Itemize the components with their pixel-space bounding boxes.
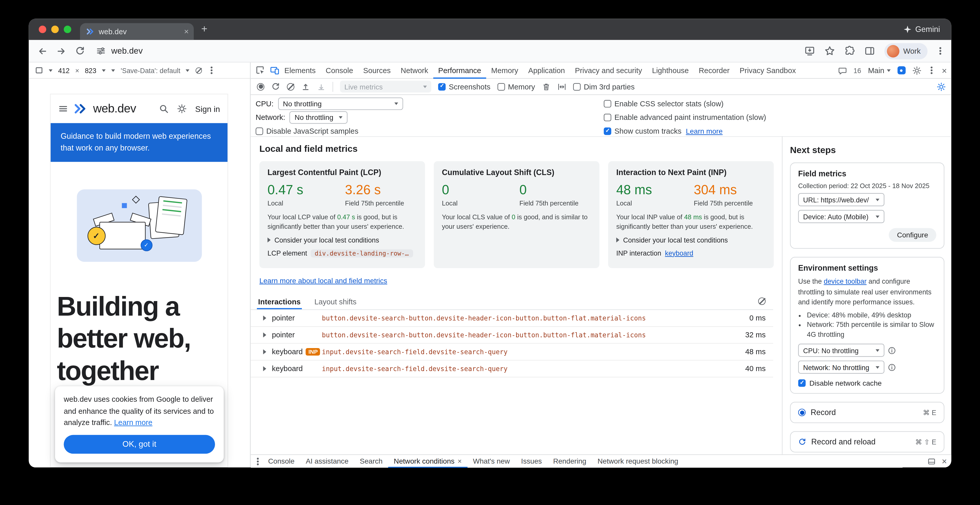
row-expand-icon[interactable] xyxy=(263,332,266,338)
save-data-select[interactable]: 'Save-Data': default xyxy=(121,67,180,74)
interaction-row[interactable]: keyboard input.devsite-search-field.devs… xyxy=(251,360,773,378)
drawer-tab-console[interactable]: Console xyxy=(262,455,300,467)
tab-sources[interactable]: Sources xyxy=(358,62,396,78)
device-toolbar-menu-icon[interactable] xyxy=(211,69,213,71)
viewport-width-input[interactable]: 412 xyxy=(58,67,70,74)
inspect-icon[interactable] xyxy=(256,66,265,75)
status-indicator-icon[interactable] xyxy=(897,66,905,75)
configure-button[interactable]: Configure xyxy=(889,228,936,242)
cookie-learn-more-link[interactable]: Learn more xyxy=(114,418,152,427)
dock-drawer-icon[interactable] xyxy=(928,457,935,465)
row-expand-icon[interactable] xyxy=(263,316,266,321)
cookie-accept-button[interactable]: OK, got it xyxy=(64,435,215,453)
drawer-tab-network-request-blocking[interactable]: Network request blocking xyxy=(592,455,684,467)
tab-application[interactable]: Application xyxy=(523,62,570,78)
drawer-menu-icon[interactable] xyxy=(257,460,259,462)
search-icon[interactable] xyxy=(159,104,169,114)
console-messages-icon[interactable] xyxy=(838,66,846,75)
viewport-height-input[interactable]: 823 xyxy=(85,67,96,74)
close-drawer-icon[interactable]: × xyxy=(942,457,947,465)
env-cpu-select[interactable]: CPU: No throttling xyxy=(798,344,885,357)
zoom-select-caret-icon[interactable] xyxy=(102,69,106,71)
site-settings-icon[interactable] xyxy=(96,46,106,56)
interaction-row[interactable]: pointer button.devsite-search-button.dev… xyxy=(251,310,773,327)
omnibox[interactable]: web.dev xyxy=(96,46,143,56)
tab-lighthouse[interactable]: Lighthouse xyxy=(647,62,694,78)
inp-conditions-toggle[interactable]: Consider your local test conditions xyxy=(616,236,765,243)
custom-tracks-learn-more-link[interactable]: Learn more xyxy=(686,127,722,135)
device-toolbar-link[interactable]: device toolbar xyxy=(824,278,867,285)
memory-checkbox-box[interactable] xyxy=(497,83,505,90)
profile-button[interactable]: Work xyxy=(885,43,928,59)
record-and-reload-button[interactable]: Record and reload ⌘ ⇧ E xyxy=(790,431,945,453)
install-icon[interactable] xyxy=(805,46,815,56)
css-selector-stats-checkbox[interactable]: Enable CSS selector stats (slow) xyxy=(604,99,724,108)
css-selector-stats-checkbox-box[interactable] xyxy=(604,100,611,107)
drawer-tab-network-conditions[interactable]: Network conditions× xyxy=(388,455,468,467)
reload-icon[interactable] xyxy=(75,46,85,56)
disable-network-cache-checkbox-box[interactable] xyxy=(798,380,806,387)
show-custom-tracks-checkbox-box[interactable] xyxy=(604,127,611,135)
screenshots-checkbox[interactable]: Screenshots xyxy=(438,82,490,91)
disable-network-cache-checkbox[interactable]: Disable network cache xyxy=(798,380,936,387)
theme-toggle-sun-icon[interactable] xyxy=(177,104,187,114)
save-data-caret-icon[interactable] xyxy=(186,69,190,71)
drawer-tab-close-icon[interactable]: × xyxy=(458,455,461,467)
tab-console[interactable]: Console xyxy=(321,62,358,78)
bookmark-star-icon[interactable] xyxy=(824,46,835,56)
dim-3rd-parties-checkbox-box[interactable] xyxy=(573,83,581,90)
tab-memory[interactable]: Memory xyxy=(486,62,523,78)
drawer-tab-whats-new[interactable]: What's new xyxy=(467,455,515,467)
tab-network[interactable]: Network xyxy=(396,62,433,78)
rotate-select-caret-icon[interactable] xyxy=(111,69,115,71)
side-panel-icon[interactable] xyxy=(864,46,875,56)
cpu-info-icon[interactable] xyxy=(888,347,896,354)
record-icon[interactable] xyxy=(257,83,264,90)
webdev-logo-icon[interactable] xyxy=(74,103,88,114)
field-device-select[interactable]: Device: Auto (Mobile) xyxy=(798,210,885,223)
tab-interactions[interactable]: Interactions xyxy=(257,297,302,309)
network-info-icon[interactable] xyxy=(888,364,896,371)
paint-instrumentation-checkbox[interactable]: Enable advanced paint instrumentation (s… xyxy=(604,113,766,122)
gemini-button[interactable]: Gemini xyxy=(904,19,940,40)
disable-js-samples-checkbox[interactable]: Disable JavaScript samples xyxy=(256,127,358,135)
load-profile-icon[interactable] xyxy=(301,82,310,91)
site-brand[interactable]: web.dev xyxy=(93,102,136,116)
row-expand-icon[interactable] xyxy=(263,349,266,354)
dim-3rd-parties-checkbox[interactable]: Dim 3rd parties xyxy=(573,82,635,91)
tab-elements[interactable]: Elements xyxy=(279,62,321,78)
devtools-close-icon[interactable]: × xyxy=(942,66,947,75)
memory-checkbox[interactable]: Memory xyxy=(497,82,535,91)
clear-log-icon[interactable] xyxy=(758,297,765,305)
tab-privacy-sandbox[interactable]: Privacy Sandbox xyxy=(735,62,801,78)
row-expand-icon[interactable] xyxy=(263,366,266,372)
screenshots-checkbox-box[interactable] xyxy=(438,83,445,90)
devtools-menu-icon[interactable] xyxy=(931,69,932,71)
tab-layout-shifts[interactable]: Layout shifts xyxy=(313,297,358,309)
tab-privacy-and-security[interactable]: Privacy and security xyxy=(570,62,647,78)
console-messages-count[interactable]: 16 xyxy=(853,67,861,74)
inp-interaction-link[interactable]: keyboard xyxy=(665,249,694,257)
drawer-tab-search[interactable]: Search xyxy=(354,455,388,467)
extensions-icon[interactable] xyxy=(845,46,855,56)
collect-garbage-icon[interactable] xyxy=(542,82,550,91)
device-toolbar-toggle-icon[interactable] xyxy=(270,66,279,75)
devtools-settings-gear-icon[interactable] xyxy=(913,66,921,75)
browser-tab[interactable]: web.dev × xyxy=(80,23,194,40)
minimize-window-button[interactable] xyxy=(51,25,59,33)
browser-menu-icon[interactable] xyxy=(939,50,941,52)
env-network-select[interactable]: Network: No throttling xyxy=(798,361,885,374)
drawer-tab-ai-assistance[interactable]: AI assistance xyxy=(300,455,354,467)
target-select[interactable]: Main xyxy=(868,66,891,75)
maximize-window-button[interactable] xyxy=(64,25,71,33)
device-type-icon[interactable] xyxy=(35,66,43,75)
network-throttling-select[interactable]: No throttling xyxy=(290,111,348,124)
lcp-element-chip[interactable]: div.devsite-landing-row-item-d… xyxy=(311,249,413,257)
capture-settings-icon[interactable] xyxy=(557,82,566,91)
record-and-reload-icon[interactable] xyxy=(271,82,280,91)
sign-in-link[interactable]: Sign in xyxy=(195,104,220,113)
disable-js-samples-checkbox-box[interactable] xyxy=(256,127,263,135)
metrics-learn-more-link[interactable]: Learn more about local and field metrics xyxy=(259,277,387,284)
cpu-throttling-select[interactable]: No throttling xyxy=(278,97,403,110)
device-type-caret-icon[interactable] xyxy=(49,69,52,71)
